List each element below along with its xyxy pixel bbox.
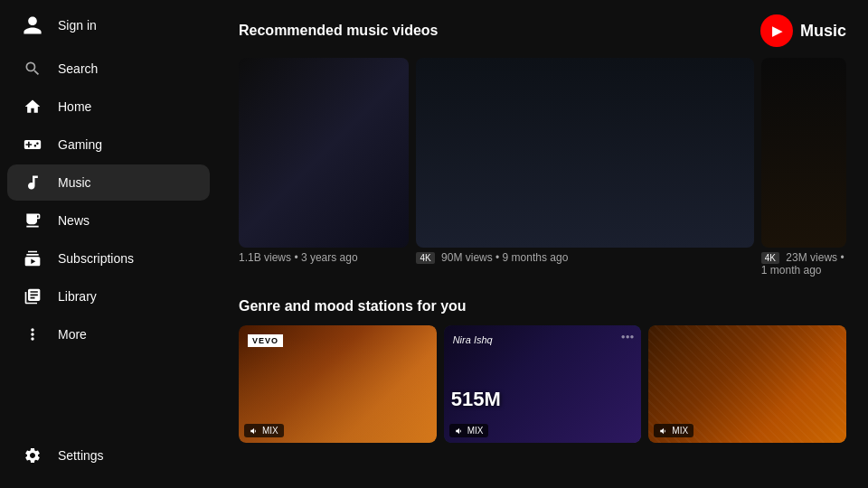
gaming-icon bbox=[22, 134, 43, 155]
video-age-2: 9 months ago bbox=[503, 251, 569, 264]
video-meta-1: 1.1B views • 3 years ago bbox=[239, 251, 409, 264]
genre-title: Genre and mood stations for you bbox=[239, 298, 467, 314]
sidebar: Sign in Search Home Gaming bbox=[0, 0, 217, 488]
subscriptions-icon bbox=[22, 248, 43, 269]
video-views-2: 90M views bbox=[441, 251, 493, 264]
yt-music-icon bbox=[760, 14, 793, 47]
sidebar-item-home[interactable]: Home bbox=[7, 89, 210, 125]
badge-4k-2: 4K bbox=[416, 252, 434, 264]
genre-thumb-1: VEVO MIX bbox=[239, 325, 437, 443]
views-label: 515M bbox=[451, 388, 501, 411]
main-content: Recommended music videos Music 1.1B view… bbox=[217, 0, 868, 488]
video-views-1: 1.1B views bbox=[239, 251, 291, 264]
recommended-section-header: Recommended music videos Music bbox=[239, 14, 846, 47]
sidebar-item-label: Home bbox=[58, 99, 91, 114]
genre-card-3[interactable]: MIX bbox=[648, 325, 846, 443]
genre-row: VEVO MIX ●●● 515M Nira Ishq MIX bbox=[239, 325, 846, 443]
vevo-label: VEVO bbox=[248, 334, 283, 347]
mix-badge-3: MIX bbox=[654, 424, 693, 437]
music-logo-label: Music bbox=[800, 22, 846, 41]
search-icon bbox=[22, 58, 43, 80]
sidebar-item-label: Subscriptions bbox=[58, 251, 134, 266]
video-card-3[interactable]: 4K 23M views • 1 month ago bbox=[761, 58, 846, 277]
video-thumbnail-3 bbox=[761, 58, 846, 248]
library-icon bbox=[22, 286, 43, 307]
home-icon bbox=[22, 96, 43, 117]
video-age-1: 3 years ago bbox=[301, 251, 358, 264]
mix-badge-1: MIX bbox=[244, 424, 284, 437]
video-card-1[interactable]: 1.1B views • 3 years ago bbox=[239, 58, 409, 277]
sidebar-item-label: Search bbox=[58, 61, 98, 76]
mix-badge-2: MIX bbox=[449, 424, 489, 437]
sidebar-item-gaming[interactable]: Gaming bbox=[7, 127, 210, 163]
yt-music-logo[interactable]: Music bbox=[760, 14, 846, 47]
more-icon bbox=[22, 324, 43, 345]
video-card-2[interactable]: 4K 90M views • 9 months ago bbox=[416, 58, 753, 277]
sidebar-item-label: Gaming bbox=[58, 137, 102, 152]
genre-thumb-2: ●●● 515M Nira Ishq MIX bbox=[444, 325, 642, 443]
settings-label: Settings bbox=[58, 448, 104, 463]
sidebar-item-music[interactable]: Music bbox=[7, 164, 210, 201]
genre-card-1[interactable]: VEVO MIX bbox=[239, 325, 437, 443]
video-meta-3: 4K 23M views • 1 month ago bbox=[761, 251, 846, 277]
sign-in-label: Sign in bbox=[58, 18, 97, 33]
sidebar-item-settings[interactable]: Settings bbox=[7, 437, 210, 474]
user-icon bbox=[22, 14, 43, 36]
genre-section-header: Genre and mood stations for you bbox=[239, 298, 846, 314]
video-thumbnail-1 bbox=[239, 58, 409, 248]
sidebar-item-library[interactable]: Library bbox=[7, 278, 210, 314]
music-icon bbox=[22, 172, 43, 193]
sidebar-item-label: News bbox=[58, 213, 90, 228]
settings-icon bbox=[22, 445, 43, 466]
sidebar-item-subscriptions[interactable]: Subscriptions bbox=[7, 240, 210, 277]
news-icon bbox=[22, 210, 43, 231]
sidebar-item-search[interactable]: Search bbox=[7, 51, 210, 87]
sign-in-button[interactable]: Sign in bbox=[7, 7, 210, 43]
sidebar-item-more[interactable]: More bbox=[7, 316, 210, 352]
artist-label: Nira Ishq bbox=[453, 334, 493, 345]
badge-4k-3: 4K bbox=[761, 252, 779, 264]
sidebar-item-news[interactable]: News bbox=[7, 202, 210, 239]
genre-card-2[interactable]: ●●● 515M Nira Ishq MIX bbox=[444, 325, 642, 443]
video-thumbnail-2 bbox=[416, 58, 753, 248]
genre-thumb-3: MIX bbox=[648, 325, 846, 443]
sidebar-item-label: Library bbox=[58, 289, 97, 304]
recommended-title: Recommended music videos bbox=[239, 23, 439, 39]
video-meta-2: 4K 90M views • 9 months ago bbox=[416, 251, 753, 264]
video-age-3: 1 month ago bbox=[761, 264, 822, 277]
video-views-3: 23M views bbox=[786, 251, 837, 264]
video-row: 1.1B views • 3 years ago 4K 90M views • … bbox=[239, 58, 846, 277]
sidebar-item-label: More bbox=[58, 327, 87, 342]
sidebar-item-label: Music bbox=[58, 175, 91, 190]
